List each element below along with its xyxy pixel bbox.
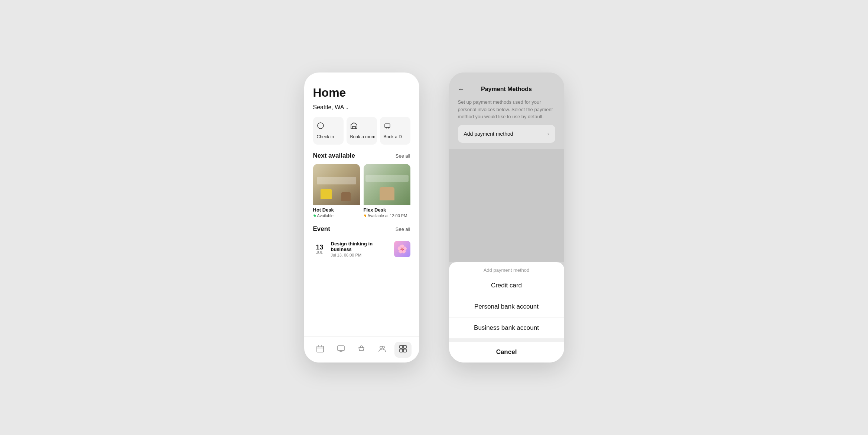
home-screen: Home Seattle, WA ⌄ Check in [304,72,419,336]
announce-icon [357,345,365,355]
event-month: JUL [313,251,326,255]
payment-header: ← Payment Methods Set up payment methods… [449,72,564,149]
event-see-all[interactable]: See all [396,226,410,232]
svg-rect-7 [403,345,406,348]
left-phone: Home Seattle, WA ⌄ Check in [304,72,419,362]
hot-desk-card[interactable]: Hot Desk Available [313,164,360,218]
desks-list: Hot Desk Available Flex Desk Avail [304,164,419,225]
quick-actions: Check in Book a room Boo [304,117,419,152]
flex-desk-status-text: Available at 12:00 PM [368,213,407,218]
event-date: 13 JUL [313,244,326,255]
book-desk-label: Book a D [384,134,402,139]
back-button[interactable]: ← [458,86,465,93]
flex-desk-card[interactable]: Flex Desk Available at 12:00 PM [364,164,410,218]
event-header: Event See all [313,225,410,237]
people-icon [378,345,386,355]
svg-rect-8 [400,349,403,352]
calendar-icon [316,345,324,355]
flex-desk-status: Available at 12:00 PM [364,213,410,218]
hot-desk-status-text: Available [317,213,334,218]
nav-monitor[interactable] [332,342,350,358]
checkin-label: Check in [317,134,334,139]
event-title: Event [313,225,330,233]
grid-icon [399,345,407,355]
next-available-header: Next available See all [304,152,419,164]
svg-rect-3 [338,346,344,351]
cancel-label: Cancel [496,348,517,355]
nav-announce[interactable] [353,342,370,358]
event-item[interactable]: 13 JUL Design thinking in business Jul 1… [313,237,410,261]
credit-card-option[interactable]: Credit card [449,275,564,296]
quick-action-book-desk[interactable]: Book a D [380,117,410,145]
svg-point-4 [380,346,382,348]
home-title: Home [313,86,410,100]
svg-rect-9 [403,349,406,352]
sheet-backdrop [449,149,564,262]
nav-people[interactable] [374,342,391,358]
monitor-icon [337,345,345,355]
chevron-right-icon: › [547,131,549,137]
location-text: Seattle, WA [313,104,344,111]
sheet-title: Add payment method [484,264,530,274]
personal-bank-option[interactable]: Personal bank account [449,296,564,318]
header-row: ← Payment Methods [458,86,555,93]
quick-action-checkin[interactable]: Check in [313,117,344,145]
next-available-title: Next available [313,152,355,160]
hot-desk-info: Hot Desk Available [313,205,360,218]
personal-bank-label: Personal bank account [474,303,539,310]
svg-rect-1 [385,124,390,128]
partial-dot [364,215,366,217]
svg-rect-6 [400,345,403,348]
checkin-icon [317,122,324,131]
event-name: Design thinking in business [331,241,390,252]
svg-point-5 [382,346,384,348]
event-time: Jul 13, 06:00 PM [331,253,390,257]
book-room-label: Book a room [350,134,376,139]
hot-desk-image [313,164,360,205]
book-desk-icon [384,122,391,131]
location-selector[interactable]: Seattle, WA ⌄ [313,104,410,111]
hot-desk-name: Hot Desk [313,207,360,213]
bottom-sheet: Add payment method Credit card Personal … [449,262,564,362]
business-bank-option[interactable]: Business bank account [449,318,564,339]
right-phone: ← Payment Methods Set up payment methods… [449,72,564,362]
cancel-button[interactable]: Cancel [449,339,564,362]
event-details: Design thinking in business Jul 13, 06:0… [331,241,390,257]
flex-desk-name: Flex Desk [364,207,410,213]
svg-point-0 [318,123,324,129]
nav-grid[interactable] [394,342,412,358]
quick-action-book-room[interactable]: Book a room [347,117,377,145]
payment-description: Set up payment methods used for your per… [458,99,555,120]
nav-calendar[interactable] [312,342,329,358]
event-thumbnail: 🌸 [394,241,410,257]
add-payment-label: Add payment method [464,131,513,137]
business-bank-label: Business bank account [474,324,539,331]
credit-card-label: Credit card [491,282,522,289]
sheet-handle: Add payment method [449,262,564,275]
book-room-icon [350,122,358,131]
hot-desk-status: Available [313,213,360,218]
event-section: Event See all 13 JUL Design thinking in … [304,225,419,261]
svg-rect-2 [317,346,324,352]
flex-desk-info: Flex Desk Available at 12:00 PM [364,205,410,218]
home-header: Home Seattle, WA ⌄ [304,72,419,117]
chevron-down-icon: ⌄ [345,105,349,110]
payment-methods-title: Payment Methods [481,86,532,93]
event-day: 13 [313,244,326,251]
flex-desk-image [364,164,410,205]
next-available-see-all[interactable]: See all [396,153,410,159]
bottom-nav [304,336,419,362]
add-payment-method-row[interactable]: Add payment method › [458,125,555,143]
available-dot [313,215,316,217]
